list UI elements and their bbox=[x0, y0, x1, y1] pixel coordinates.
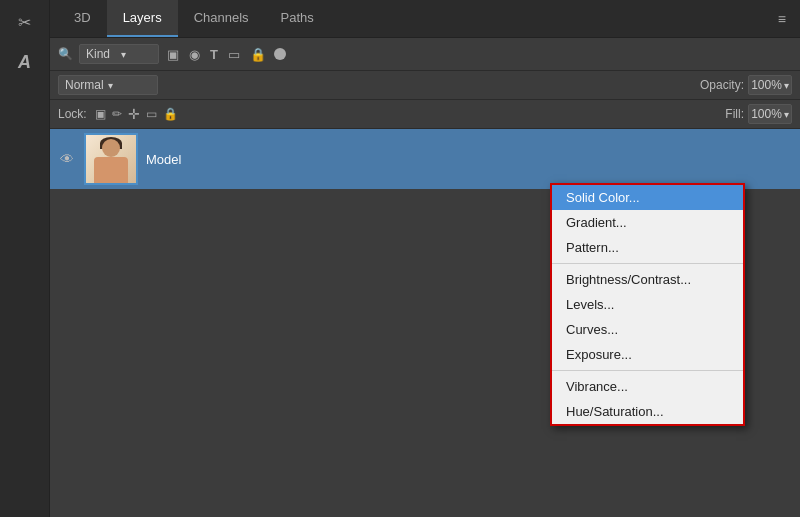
lock-label: Lock: bbox=[58, 107, 87, 121]
menu-item-solid-color[interactable]: Solid Color... bbox=[552, 185, 743, 210]
panel-menu-icon[interactable]: ≡ bbox=[772, 0, 792, 37]
menu-item-gradient[interactable]: Gradient... bbox=[552, 210, 743, 235]
cut-tool[interactable]: ✂ bbox=[11, 8, 39, 36]
opacity-chevron: ▾ bbox=[784, 80, 789, 91]
menu-item-brightness-contrast[interactable]: Brightness/Contrast... bbox=[552, 267, 743, 292]
kind-bar: 🔍 Kind ▾ ▣ ◉ T ▭ 🔒 bbox=[50, 38, 800, 71]
blend-bar: Normal ▾ Opacity: 100% ▾ bbox=[50, 71, 800, 100]
adjustment-filter-icon[interactable]: ◉ bbox=[187, 45, 202, 64]
tab-layers[interactable]: Layers bbox=[107, 0, 178, 37]
context-menu: Solid Color... Gradient... Pattern... Br… bbox=[550, 183, 745, 426]
lock-all-icon[interactable]: 🔒 bbox=[163, 107, 178, 121]
lock-pixels-icon[interactable]: ▣ bbox=[95, 107, 106, 121]
menu-item-levels[interactable]: Levels... bbox=[552, 292, 743, 317]
menu-separator-2 bbox=[552, 370, 743, 371]
fill-label: Fill: bbox=[725, 107, 744, 121]
menu-item-pattern[interactable]: Pattern... bbox=[552, 235, 743, 260]
layer-thumbnail bbox=[84, 133, 138, 185]
filter-icons: ▣ ◉ T ▭ 🔒 bbox=[165, 45, 286, 64]
smart-filter-icon[interactable]: 🔒 bbox=[248, 45, 268, 64]
layer-item[interactable]: 👁 Model bbox=[50, 129, 800, 189]
menu-separator-1 bbox=[552, 263, 743, 264]
lock-artboard-icon[interactable]: ▭ bbox=[146, 107, 157, 121]
opacity-input[interactable]: 100% ▾ bbox=[748, 75, 792, 95]
lock-position-icon[interactable]: ✏ bbox=[112, 107, 122, 121]
tab-channels[interactable]: Channels bbox=[178, 0, 265, 37]
fill-input[interactable]: 100% ▾ bbox=[748, 104, 792, 124]
main-panel: 3D Layers Channels Paths ≡ 🔍 Kind ▾ ▣ ◉ … bbox=[50, 0, 800, 517]
lock-bar: Lock: ▣ ✏ ✛ ▭ 🔒 Fill: 100% ▾ bbox=[50, 100, 800, 129]
opacity-group: Opacity: 100% ▾ bbox=[700, 75, 792, 95]
type-filter-icon[interactable]: T bbox=[208, 45, 220, 64]
tab-bar: 3D Layers Channels Paths ≡ bbox=[50, 0, 800, 38]
menu-item-exposure[interactable]: Exposure... bbox=[552, 342, 743, 367]
shape-filter-icon[interactable]: ▭ bbox=[226, 45, 242, 64]
opacity-label: Opacity: bbox=[700, 78, 744, 92]
fx-filter-icon[interactable] bbox=[274, 48, 286, 60]
layers-panel: 🔍 Kind ▾ ▣ ◉ T ▭ 🔒 Normal ▾ Opacity: bbox=[50, 38, 800, 517]
type-tool[interactable]: A bbox=[11, 48, 39, 76]
kind-dropdown[interactable]: Kind ▾ bbox=[79, 44, 159, 64]
kind-chevron: ▾ bbox=[121, 49, 152, 60]
menu-item-vibrance[interactable]: Vibrance... bbox=[552, 374, 743, 399]
menu-item-curves[interactable]: Curves... bbox=[552, 317, 743, 342]
tab-paths[interactable]: Paths bbox=[265, 0, 330, 37]
person-body bbox=[94, 157, 128, 183]
layer-name: Model bbox=[146, 152, 181, 167]
fill-chevron: ▾ bbox=[784, 109, 789, 120]
search-icon: 🔍 bbox=[58, 47, 73, 61]
visibility-icon[interactable]: 👁 bbox=[58, 151, 76, 167]
tab-3d[interactable]: 3D bbox=[58, 0, 107, 37]
pixel-filter-icon[interactable]: ▣ bbox=[165, 45, 181, 64]
fill-group: Fill: 100% ▾ bbox=[725, 104, 792, 124]
person-head bbox=[102, 139, 120, 157]
blend-mode-dropdown[interactable]: Normal ▾ bbox=[58, 75, 158, 95]
menu-item-hue-saturation[interactable]: Hue/Saturation... bbox=[552, 399, 743, 424]
left-toolbar: ✂ A bbox=[0, 0, 50, 517]
lock-move-icon[interactable]: ✛ bbox=[128, 106, 140, 122]
blend-chevron: ▾ bbox=[108, 80, 113, 91]
